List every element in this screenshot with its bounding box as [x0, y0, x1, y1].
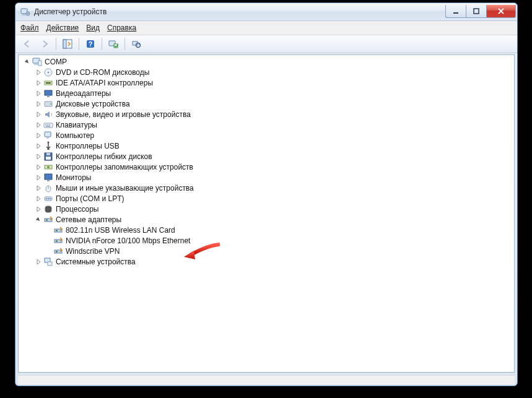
- tree-category[interactable]: Процессоры: [19, 204, 514, 214]
- network-adapter-icon: [53, 236, 63, 246]
- svg-point-45: [50, 198, 51, 199]
- expander-icon[interactable]: [35, 153, 42, 160]
- device-tree: COMPDVD и CD-ROM дисководыIDE ATA/ATAPI …: [19, 56, 514, 267]
- expander-icon[interactable]: [35, 163, 42, 171]
- svg-rect-28: [46, 126, 50, 127]
- window-controls: [445, 6, 516, 18]
- tree-category[interactable]: Системные устройства: [19, 256, 514, 267]
- menu-view[interactable]: Вид: [86, 24, 100, 32]
- close-button[interactable]: [487, 5, 516, 18]
- menu-help[interactable]: Справка: [107, 24, 136, 32]
- tree-category[interactable]: Мыши и иные указывающие устройства: [19, 183, 514, 193]
- device-tree-panel[interactable]: COMPDVD и CD-ROM дисководыIDE ATA/ATAPI …: [18, 54, 515, 373]
- tree-category[interactable]: Клавиатуры: [19, 119, 514, 130]
- refresh-button[interactable]: [128, 37, 144, 51]
- svg-rect-52: [56, 240, 58, 241]
- tree-category-label: Процессоры: [56, 205, 99, 214]
- tree-category[interactable]: Мониторы: [19, 172, 514, 183]
- tree-category[interactable]: Звуковые, видео и игровые устройства: [19, 109, 514, 119]
- tree-category-label: Дисковые устройства: [56, 100, 130, 108]
- tree-category[interactable]: IDE ATA/ATAPI контроллеры: [19, 77, 514, 88]
- expander-icon[interactable]: [35, 69, 42, 76]
- network-adapter-icon: [53, 225, 63, 235]
- toolbar-separator: [56, 38, 56, 50]
- show-hide-tree-button[interactable]: [59, 37, 76, 51]
- menu-file[interactable]: Файл: [20, 24, 39, 32]
- tree-device[interactable]: Windscribe VPN: [19, 246, 514, 256]
- svg-rect-48: [46, 219, 48, 220]
- window-title: Диспетчер устройств: [34, 7, 445, 16]
- menu-action[interactable]: Действие: [46, 24, 79, 32]
- svg-rect-35: [46, 157, 51, 160]
- expander-icon[interactable]: [35, 132, 42, 139]
- expander-icon[interactable]: [35, 90, 42, 97]
- svg-rect-27: [49, 124, 50, 126]
- expander-icon[interactable]: [24, 58, 31, 66]
- tree-device[interactable]: 802.11n USB Wireless LAN Card: [19, 225, 514, 235]
- svg-rect-3: [453, 12, 458, 14]
- tree-device[interactable]: NVIDIA nForce 10/100 Mbps Ethernet: [19, 235, 514, 246]
- minimize-button[interactable]: [445, 5, 466, 18]
- expander-icon[interactable]: [35, 216, 42, 223]
- toolbar-separator: [124, 38, 125, 50]
- svg-point-44: [48, 198, 49, 199]
- expander-icon[interactable]: [35, 205, 42, 213]
- status-strip: [18, 375, 515, 384]
- forward-button[interactable]: [37, 37, 53, 51]
- back-button[interactable]: [19, 37, 35, 51]
- expander-icon[interactable]: [35, 79, 42, 87]
- port-icon: [43, 194, 53, 204]
- tree-root[interactable]: COMP: [19, 56, 514, 67]
- help-button[interactable]: ?: [82, 37, 98, 51]
- svg-point-17: [48, 71, 50, 73]
- cpu-icon: [43, 204, 53, 214]
- expander-icon[interactable]: [35, 184, 42, 192]
- svg-point-43: [46, 198, 47, 199]
- expander-icon[interactable]: [35, 121, 42, 129]
- tree-category-label: Мыши и иные указывающие устройства: [56, 184, 194, 193]
- mouse-icon: [43, 183, 53, 193]
- storage-icon: [43, 162, 53, 172]
- tree-category[interactable]: Видеоадаптеры: [19, 88, 514, 98]
- svg-rect-30: [46, 137, 49, 139]
- keyboard-icon: [43, 120, 53, 130]
- expander-icon[interactable]: [35, 258, 42, 266]
- tree-category[interactable]: Компьютер: [19, 130, 514, 141]
- svg-point-37: [47, 166, 50, 168]
- tree-category[interactable]: Контроллеры USB: [19, 141, 514, 151]
- tree-category[interactable]: Дисковые устройства: [19, 98, 514, 109]
- svg-rect-20: [45, 90, 52, 95]
- tree-category[interactable]: Порты (COM и LPT): [19, 193, 514, 204]
- expander-icon[interactable]: [35, 174, 42, 181]
- tree-category-label: Порты (COM и LPT): [56, 194, 124, 203]
- scan-hardware-button[interactable]: [105, 37, 121, 51]
- disk-icon: [43, 99, 53, 109]
- tree-device-label: 802.11n USB Wireless LAN Card: [66, 226, 175, 235]
- toolbar: ?: [15, 35, 517, 53]
- titlebar: Диспетчер устройств: [15, 3, 517, 21]
- tree-category-label: IDE ATA/ATAPI контроллеры: [56, 79, 153, 87]
- device-manager-window: Диспетчер устройств Файл Действие Вид Сп…: [15, 2, 518, 386]
- expander-icon[interactable]: [35, 195, 42, 202]
- maximize-button[interactable]: [466, 5, 487, 18]
- svg-rect-19: [46, 82, 51, 84]
- toolbar-separator: [79, 38, 79, 50]
- tree-category[interactable]: Контроллеры запоминающих устройств: [19, 162, 514, 172]
- monitor-icon: [43, 173, 53, 183]
- toolbar-separator: [102, 38, 102, 50]
- tree-category[interactable]: DVD и CD-ROM дисководы: [19, 67, 514, 77]
- expander-icon[interactable]: [35, 111, 42, 118]
- tree-category-label: DVD и CD-ROM дисководы: [56, 68, 149, 77]
- svg-rect-14: [34, 64, 38, 65]
- svg-rect-26: [47, 124, 48, 126]
- menubar: Файл Действие Вид Справка: [15, 21, 517, 35]
- tree-category[interactable]: Сетевые адаптеры: [19, 214, 514, 225]
- tree-category[interactable]: Контроллеры гибких дисков: [19, 151, 514, 162]
- svg-rect-1: [22, 14, 26, 15]
- tree-category-label: Контроллеры запоминающих устройств: [56, 163, 193, 171]
- svg-rect-34: [46, 153, 50, 155]
- expander-icon[interactable]: [35, 142, 42, 150]
- svg-rect-46: [46, 207, 51, 212]
- expander-icon[interactable]: [35, 100, 42, 108]
- tree-device-label: Windscribe VPN: [66, 247, 120, 256]
